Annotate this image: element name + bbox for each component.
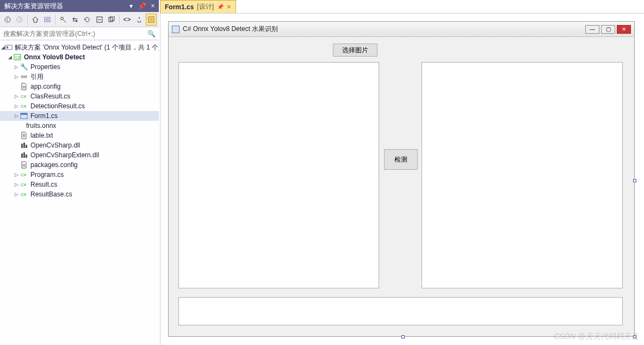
chevron-right-icon[interactable]: ▷	[13, 172, 20, 177]
resize-handle[interactable]	[633, 179, 636, 182]
tree-item[interactable]: app.config	[0, 82, 159, 91]
search-icon[interactable]: 🔍	[147, 30, 156, 38]
svg-rect-19	[21, 113, 27, 115]
minimize-button[interactable]: —	[585, 25, 599, 34]
sync-icon[interactable]: ⇆	[70, 14, 81, 26]
tree-item[interactable]: lable.txt	[0, 131, 159, 140]
panel-title: 解决方案资源管理器	[4, 2, 126, 11]
svg-rect-8	[150, 18, 153, 21]
toolbar-separator	[119, 15, 120, 24]
tree-item[interactable]: packages.config	[0, 160, 159, 170]
search-input[interactable]	[3, 30, 147, 38]
tree-item[interactable]: ▷ C# DetectionResult.cs	[0, 101, 159, 111]
refresh-icon[interactable]	[82, 14, 92, 26]
csharp-file-icon: C#	[20, 171, 28, 178]
close-icon[interactable]: ×	[227, 3, 231, 11]
form-icon	[20, 112, 28, 120]
csharp-file-icon: C#	[20, 181, 28, 188]
tree-item[interactable]: ▷ C# ResultBase.cs	[0, 189, 159, 199]
tree-item[interactable]: ▷ 🔧 Properties	[0, 62, 159, 72]
select-image-button[interactable]: 选择图片	[333, 44, 377, 57]
svg-rect-2	[45, 17, 50, 22]
solution-icon	[5, 44, 13, 51]
svg-text:C#: C#	[21, 182, 27, 187]
tree-item[interactable]: ▷ C# Program.cs	[0, 170, 159, 180]
tree-item[interactable]: OpenCvSharp.dll	[0, 140, 159, 150]
detect-button[interactable]: 检测	[384, 149, 418, 170]
resize-handle[interactable]	[633, 335, 636, 338]
forward-icon[interactable]	[14, 14, 25, 26]
result-textbox[interactable]	[178, 297, 623, 325]
tab-strip: Form1.cs [设计] 📌 ×	[160, 0, 236, 13]
pin-icon[interactable]: 📌	[217, 4, 224, 10]
svg-rect-21	[23, 143, 25, 148]
svg-point-1	[17, 17, 22, 22]
resize-handle[interactable]	[401, 335, 405, 338]
csharp-file-icon: C#	[20, 103, 28, 109]
svg-text:C#: C#	[21, 192, 27, 197]
wrench-icon: 🔧	[20, 63, 28, 71]
properties-icon[interactable]	[134, 14, 145, 26]
config-file-icon	[20, 83, 28, 90]
csharp-file-icon: C#	[20, 191, 28, 198]
designer-surface[interactable]: C# Onnx Yolov8 Detect 水果识别 — ▢ ✕ 选择图片 检测	[160, 13, 644, 345]
tab-form1-design[interactable]: Form1.cs [设计] 📌 ×	[160, 0, 236, 13]
references-icon	[20, 73, 28, 81]
solution-explorer: 解决方案资源管理器 ▾ 📌 × ⇆ <> 🔍 ◢ 解决方案 'Onnx Yolo…	[0, 0, 159, 345]
form-titlebar: C# Onnx Yolov8 Detect 水果识别 — ▢ ✕	[169, 22, 634, 37]
chevron-right-icon[interactable]: ▷	[13, 94, 20, 99]
back-icon[interactable]	[2, 14, 13, 26]
tree-item[interactable]: ▷ C# ClasResult.cs	[0, 91, 159, 101]
home-icon[interactable]	[30, 14, 41, 26]
tree-item-form1[interactable]: ▷ Form1.cs	[0, 111, 159, 121]
chevron-right-icon[interactable]: ▷	[13, 113, 20, 119]
svg-point-13	[21, 76, 23, 78]
picturebox-left[interactable]	[178, 62, 379, 288]
svg-rect-20	[21, 144, 23, 148]
view-code-icon[interactable]: <>	[122, 14, 133, 26]
form-window[interactable]: C# Onnx Yolov8 Detect 水果识别 — ▢ ✕ 选择图片 检测	[168, 21, 635, 337]
svg-point-14	[24, 76, 27, 78]
chevron-down-icon[interactable]: ◢	[1, 45, 5, 50]
tree-solution[interactable]: ◢ 解决方案 'Onnx Yolov8 Detect' (1 个项目，共 1 个…	[0, 42, 159, 52]
toolbar-separator	[27, 15, 28, 24]
pending-changes-icon[interactable]	[58, 14, 69, 26]
search-row: 🔍	[0, 27, 159, 40]
panel-close-icon[interactable]: ×	[148, 1, 158, 11]
dll-icon	[20, 141, 28, 149]
chevron-right-icon[interactable]: ▷	[13, 103, 20, 109]
svg-rect-25	[26, 155, 27, 158]
maximize-button[interactable]: ▢	[601, 25, 615, 34]
tree-project[interactable]: ◢ C# Onnx Yolov8 Detect	[0, 52, 159, 62]
tree-item[interactable]: OpenCvSharpExtern.dll	[0, 150, 159, 160]
svg-text:C#: C#	[21, 104, 27, 109]
form-icon	[172, 26, 179, 33]
panel-pin-icon[interactable]: 📌	[137, 1, 147, 11]
preview-selected-icon[interactable]	[146, 14, 157, 26]
tab-file-label: Form1.cs	[165, 3, 194, 11]
solution-tree[interactable]: ◢ 解决方案 'Onnx Yolov8 Detect' (1 个项目，共 1 个…	[0, 40, 159, 345]
chevron-right-icon[interactable]: ▷	[13, 64, 20, 70]
panel-titlebar: 解决方案资源管理器 ▾ 📌 ×	[0, 0, 159, 12]
tree-item[interactable]: fruits.onnx	[0, 121, 159, 131]
chevron-right-icon[interactable]: ▷	[13, 192, 20, 197]
panel-dropdown-icon[interactable]: ▾	[126, 1, 136, 11]
config-file-icon	[20, 161, 28, 169]
svg-text:C#: C#	[21, 94, 27, 99]
show-all-files-icon[interactable]	[106, 14, 117, 26]
chevron-right-icon[interactable]: ▷	[13, 182, 20, 187]
svg-rect-24	[23, 152, 25, 158]
switch-views-icon[interactable]	[42, 14, 53, 26]
tree-item[interactable]: ▷ 引用	[0, 72, 159, 82]
dll-icon	[20, 151, 28, 159]
chevron-down-icon[interactable]: ◢	[7, 54, 13, 60]
chevron-right-icon[interactable]: ▷	[13, 74, 20, 79]
picturebox-right[interactable]	[422, 62, 623, 288]
collapse-all-icon[interactable]	[94, 14, 104, 26]
svg-rect-23	[21, 153, 23, 158]
tab-mode-label: [设计]	[197, 2, 214, 11]
tree-item[interactable]: ▷ C# Result.cs	[0, 180, 159, 189]
close-button[interactable]: ✕	[617, 25, 631, 34]
csharp-file-icon: C#	[20, 93, 28, 100]
solution-toolbar: ⇆ <>	[0, 12, 159, 27]
